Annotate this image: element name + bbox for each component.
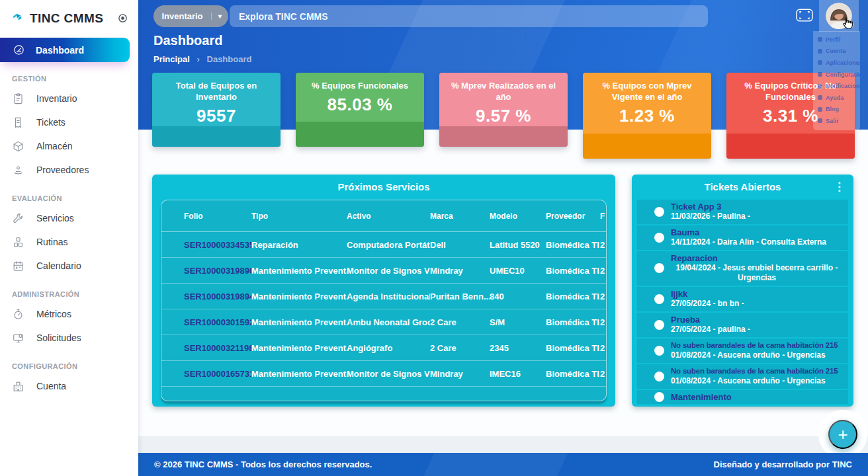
user-menu-item-ayuda[interactable]: Ayuda bbox=[813, 92, 860, 104]
ticket-item[interactable]: Ijjkk27/05/2024 - bn bn - bbox=[637, 287, 848, 311]
user-menu-item-label: Blog bbox=[826, 106, 839, 112]
sidebar-item-label: Tickets bbox=[36, 117, 65, 128]
sidebar-item-cuenta[interactable]: Cuenta bbox=[0, 374, 138, 398]
user-menu-item-label: Cuenta bbox=[826, 48, 846, 54]
ticket-radio[interactable] bbox=[654, 207, 664, 217]
user-menu-item-perfil[interactable]: Perfil bbox=[813, 34, 860, 46]
user-menu-item-blog[interactable]: Blog bbox=[813, 104, 860, 116]
table-row[interactable]: SER10000319894Mantenimiento Prevent...Ag… bbox=[161, 284, 606, 309]
fullscreen-icon[interactable] bbox=[796, 9, 813, 22]
folio-link[interactable]: SER10000334535 bbox=[184, 240, 251, 250]
ticket-item[interactable]: No suben barandales de la cama habitació… bbox=[637, 364, 848, 389]
ticket-title[interactable]: Prueba bbox=[671, 315, 843, 325]
column-header: Folio bbox=[184, 212, 251, 221]
table-cell: Biomédica TI... bbox=[546, 292, 600, 301]
main-area: Inventario Dashboard Principal › Dashboa… bbox=[138, 0, 868, 476]
column-header: Marca bbox=[430, 212, 490, 221]
sidebar-item-inventario[interactable]: Inventario bbox=[0, 87, 138, 110]
table-cell: Mantenimiento Prevent... bbox=[251, 369, 347, 379]
table-row[interactable]: SER10000319890Mantenimiento Prevent...Mo… bbox=[161, 258, 606, 284]
folio-link[interactable]: SER10000301592 bbox=[184, 317, 251, 327]
ticket-item[interactable]: Bauma14/11/2024 - Daira Alin - Consulta … bbox=[637, 225, 848, 250]
table-cell: Ambu Neonatal Groom... bbox=[347, 317, 430, 327]
ticket-title[interactable]: Mantenimiento bbox=[671, 392, 843, 402]
table-cell: Mantenimiento Prevent... bbox=[251, 292, 347, 301]
solicitudes-icon bbox=[12, 331, 25, 344]
brand: TINC CMMS bbox=[0, 0, 138, 35]
sidebar-pin-toggle-icon[interactable] bbox=[117, 13, 129, 24]
ticket-meta: 27/05/2024 - bn bn - bbox=[671, 299, 843, 309]
sidebar-item-solicitudes[interactable]: Solicitudes bbox=[0, 326, 138, 350]
ticket-radio[interactable] bbox=[654, 346, 664, 356]
inventario-icon bbox=[12, 92, 25, 105]
sidebar-item-label: Solicitudes bbox=[36, 333, 81, 343]
table-row[interactable]: SER10000165731Mantenimiento Prevent...Mo… bbox=[161, 361, 606, 387]
ticket-radio[interactable] bbox=[654, 263, 664, 273]
table-cell: Computadora Portátil (... bbox=[347, 240, 430, 250]
table-row[interactable]: SER10000321198Mantenimiento Prevent...An… bbox=[161, 335, 606, 361]
brand-title: TINC CMMS bbox=[30, 11, 111, 26]
ticket-title[interactable]: Ijjkk bbox=[671, 289, 843, 299]
ticket-item[interactable]: No suben barandales de la cama habitació… bbox=[637, 338, 848, 363]
user-menu-item-notificaciones[interactable]: Notificaciones bbox=[813, 80, 860, 92]
ticket-radio[interactable] bbox=[654, 392, 664, 402]
user-menu-item-label: Notificaciones bbox=[826, 83, 860, 89]
metricos-icon bbox=[12, 307, 25, 321]
ticket-radio[interactable] bbox=[654, 372, 664, 381]
sidebar-item-dashboard[interactable]: Dashboard bbox=[0, 38, 130, 62]
dashboard-gauge-icon bbox=[13, 44, 26, 57]
table-cell: 840 bbox=[490, 292, 546, 301]
table-body: SER10000334535ReparaciónComputadora Port… bbox=[161, 232, 606, 387]
sidebar-item-almacen[interactable]: Almacén bbox=[0, 134, 138, 158]
user-icon bbox=[818, 37, 822, 42]
kebab-menu-icon[interactable] bbox=[834, 180, 845, 194]
ticket-title[interactable]: Ticket App 3 bbox=[671, 202, 843, 212]
sidebar-item-rutinas[interactable]: Rutinas bbox=[0, 230, 138, 254]
cuenta-icon bbox=[12, 379, 25, 393]
ticket-radio[interactable] bbox=[654, 320, 664, 330]
kpi-footer bbox=[726, 134, 855, 159]
table-row[interactable]: SER10000301592Mantenimiento Prevent...Am… bbox=[161, 309, 606, 335]
folio-link[interactable]: SER10000165731 bbox=[184, 369, 251, 379]
ticket-radio[interactable] bbox=[654, 294, 664, 304]
module-selector-button[interactable]: Inventario bbox=[153, 5, 228, 27]
breadcrumb-root[interactable]: Principal bbox=[153, 54, 190, 64]
ticket-title[interactable]: No suben barandales de la cama habitació… bbox=[671, 340, 843, 350]
nav-section-heading: CONFIGURACIÓN bbox=[0, 350, 138, 374]
ticket-item[interactable]: Mantenimiento bbox=[637, 390, 848, 404]
table-cell: Mantenimiento Prevent... bbox=[251, 266, 347, 276]
folio-link[interactable]: SER10000319890 bbox=[184, 266, 251, 276]
ticket-title[interactable]: Reparacion bbox=[671, 253, 843, 263]
search-input[interactable] bbox=[230, 5, 708, 27]
ticket-meta: 01/08/2024 - Asucena orduño - Urgencias bbox=[671, 376, 843, 386]
sidebar-item-calendario[interactable]: Calendario bbox=[0, 254, 138, 278]
table-cell: S/M bbox=[490, 317, 546, 327]
ticket-item[interactable]: Ticket App 311/03/2026 - Paulina - bbox=[637, 200, 848, 224]
sidebar-item-label: Proveedores bbox=[36, 165, 89, 175]
ticket-item[interactable]: Prueba27/05/2024 - paulina - bbox=[637, 313, 848, 337]
sidebar-item-label: Servicios bbox=[36, 213, 74, 223]
user-menu-item-salir[interactable]: Salir bbox=[813, 115, 860, 127]
sidebar-item-servicios[interactable]: Servicios bbox=[0, 206, 138, 230]
user-menu-item-aplicaciones[interactable]: Aplicaciones bbox=[813, 57, 860, 69]
ticket-title[interactable]: No suben barandales de la cama habitació… bbox=[671, 366, 843, 376]
sidebar-item-proveedores[interactable]: Proveedores bbox=[0, 158, 138, 182]
table-cell: Biomédica TI... bbox=[546, 266, 600, 276]
folio-link[interactable]: SER10000319894 bbox=[184, 292, 251, 301]
folio-link[interactable]: SER10000321198 bbox=[184, 343, 251, 353]
table-cell: Mindray bbox=[430, 266, 490, 276]
user-menu-item-label: Configuración bbox=[826, 71, 860, 78]
ticket-title[interactable]: Bauma bbox=[671, 227, 843, 237]
user-menu-item-cuenta[interactable]: Cuenta bbox=[813, 46, 860, 58]
table-cell: UMEC10 bbox=[490, 266, 546, 276]
table-cell: Biomédica TI... bbox=[546, 343, 600, 353]
ticket-radio[interactable] bbox=[654, 233, 664, 243]
add-fab-button[interactable]: + bbox=[828, 420, 857, 449]
ticket-item[interactable]: Reparacion19/04/2024 - Jesus erubiel bec… bbox=[637, 251, 848, 286]
breadcrumb-current: Dashboard bbox=[207, 54, 252, 64]
user-menu-item-configuracion[interactable]: Configuración bbox=[813, 69, 860, 81]
ticket-list: Ticket App 311/03/2026 - Paulina -Bauma1… bbox=[637, 200, 848, 404]
sidebar-item-metricos[interactable]: Métricos bbox=[0, 302, 138, 326]
sidebar-item-tickets[interactable]: Tickets bbox=[0, 110, 138, 134]
table-row[interactable]: SER10000334535ReparaciónComputadora Port… bbox=[161, 232, 606, 258]
